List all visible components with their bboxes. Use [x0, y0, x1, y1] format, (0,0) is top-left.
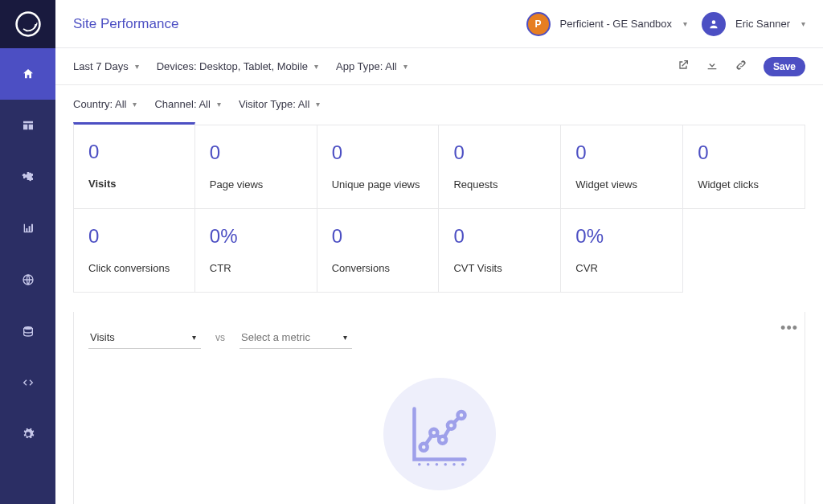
vs-label: vs — [215, 332, 225, 343]
filter-app-type[interactable]: App Type: All▾ — [336, 60, 407, 72]
nav-settings[interactable] — [0, 408, 55, 460]
svg-point-9 — [461, 463, 465, 466]
metric-label: CVR — [575, 262, 668, 274]
metric-card[interactable]: 0Widget views — [561, 125, 683, 209]
chart-panel: ••• ▾ vs ▾ — [73, 312, 805, 504]
link-button[interactable] — [735, 59, 747, 74]
filter-visitor-type[interactable]: Visitor Type: All▾ — [239, 98, 320, 110]
chevron-down-icon: ▾ — [314, 62, 318, 71]
svg-point-3 — [712, 20, 716, 24]
gear-icon — [22, 428, 35, 440]
database-icon — [22, 325, 35, 338]
metric-card[interactable]: 0Click conversions — [73, 209, 195, 293]
content-scroll[interactable]: 0Visits0Page views0Unique page views0Req… — [55, 122, 823, 504]
nav-plugins[interactable] — [0, 151, 55, 203]
download-icon — [706, 59, 719, 72]
metric-value: 0% — [210, 225, 302, 248]
metric-card[interactable]: 0Visits — [73, 122, 195, 209]
chart-empty-state: No data available — [88, 354, 790, 504]
org-selector[interactable]: P Perficient - GE Sandbox ▾ — [526, 12, 687, 36]
user-icon — [708, 18, 719, 30]
page-title: Site Performance — [73, 16, 178, 32]
share-button[interactable] — [677, 59, 690, 74]
chart-menu-button[interactable]: ••• — [780, 320, 798, 337]
link-icon — [735, 59, 747, 72]
metric-b-select[interactable] — [240, 326, 352, 349]
metrics-grid: 0Visits0Page views0Unique page views0Req… — [73, 122, 805, 293]
metric-card[interactable]: 0Unique page views — [317, 125, 440, 209]
metric-label: Click conversions — [88, 262, 180, 274]
svg-point-6 — [435, 463, 438, 466]
filter-devices[interactable]: Devices: Desktop, Tablet, Mobile▾ — [157, 60, 318, 72]
nav-layout[interactable] — [0, 100, 55, 151]
svg-point-14 — [457, 412, 465, 419]
metric-value: 0 — [332, 141, 424, 164]
globe-icon — [22, 273, 35, 286]
user-selector[interactable]: Eric Sanner ▾ — [702, 12, 805, 36]
metric-label: CVT Visits — [453, 262, 546, 274]
download-button[interactable] — [706, 59, 719, 74]
nav-code[interactable] — [0, 357, 55, 408]
svg-point-12 — [439, 436, 446, 444]
chevron-down-icon: ▾ — [683, 19, 687, 28]
main: Site Performance P Perficient - GE Sandb… — [55, 0, 823, 504]
chevron-down-icon: ▾ — [403, 62, 407, 71]
metric-value: 0 — [210, 141, 302, 164]
logo[interactable] — [0, 0, 55, 48]
chart-icon — [22, 222, 35, 235]
metric-value: 0 — [453, 141, 546, 164]
metric-card[interactable]: 0Widget clicks — [683, 125, 805, 209]
metric-value: 0 — [332, 225, 424, 248]
metric-label: Requests — [453, 178, 546, 191]
chevron-down-icon: ▾ — [135, 62, 139, 71]
chevron-down-icon: ▾ — [133, 100, 137, 109]
user-avatar — [702, 12, 726, 36]
brand-logo-icon — [14, 10, 42, 38]
svg-point-5 — [426, 463, 429, 466]
metric-value: 0 — [88, 225, 180, 248]
filter-channel[interactable]: Channel: All▾ — [154, 98, 220, 110]
svg-point-8 — [452, 463, 456, 466]
org-avatar: P — [526, 12, 551, 36]
metric-value: 0 — [698, 141, 790, 164]
chevron-down-icon: ▾ — [316, 100, 320, 109]
metric-value: 0% — [575, 225, 668, 248]
metric-label: Unique page views — [332, 178, 424, 191]
metric-label: Widget clicks — [698, 178, 790, 191]
svg-point-4 — [418, 463, 421, 466]
metric-value: 0 — [453, 225, 546, 248]
metric-a-select[interactable] — [88, 326, 201, 349]
chevron-down-icon: ▾ — [801, 19, 805, 28]
metric-label: Widget views — [575, 178, 668, 191]
metric-card[interactable]: 0%CTR — [195, 209, 317, 293]
home-icon — [22, 68, 35, 80]
metric-value: 0 — [88, 141, 180, 163]
svg-point-2 — [23, 326, 32, 330]
svg-point-7 — [444, 463, 447, 466]
metric-label: Conversions — [332, 262, 424, 274]
svg-point-13 — [447, 422, 454, 429]
filter-country[interactable]: Country: All▾ — [73, 98, 137, 110]
metric-card[interactable]: 0Requests — [439, 125, 561, 209]
filter-date[interactable]: Last 7 Days▾ — [73, 60, 139, 72]
metric-card[interactable]: 0CVT Visits — [439, 209, 561, 293]
nav-home[interactable] — [0, 48, 55, 100]
puzzle-icon — [22, 170, 35, 183]
svg-point-11 — [430, 429, 437, 436]
nav-globe[interactable] — [0, 254, 55, 305]
nav-analytics[interactable] — [0, 203, 55, 254]
chevron-down-icon: ▾ — [217, 100, 221, 109]
filterbar-primary: Last 7 Days▾ Devices: Desktop, Tablet, M… — [55, 48, 823, 85]
metric-card[interactable]: 0Conversions — [317, 209, 440, 293]
metric-label: Page views — [210, 178, 302, 191]
save-button[interactable]: Save — [764, 57, 805, 76]
svg-point-10 — [420, 444, 427, 451]
metric-card[interactable]: 0%CVR — [561, 209, 683, 293]
line-chart-icon — [403, 398, 476, 470]
chart-controls: ▾ vs ▾ — [88, 318, 790, 354]
code-icon — [22, 376, 35, 389]
topbar: Site Performance P Perficient - GE Sandb… — [55, 0, 823, 48]
metric-card[interactable]: 0Page views — [195, 125, 317, 209]
metric-value: 0 — [575, 141, 668, 164]
nav-database[interactable] — [0, 305, 55, 357]
